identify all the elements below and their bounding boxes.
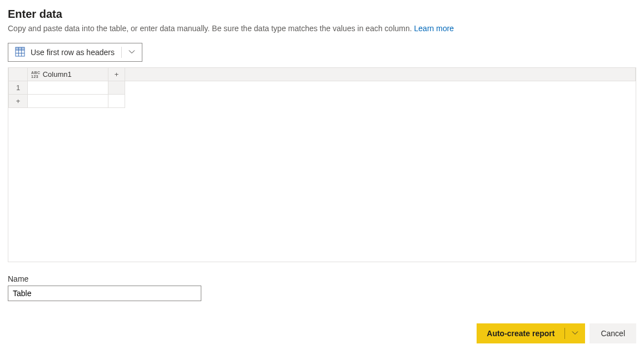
headers-toolbar: Use first row as headers bbox=[8, 43, 142, 62]
add-row-button[interactable]: + bbox=[9, 95, 28, 108]
chevron-down-icon bbox=[572, 329, 578, 338]
column-header[interactable]: ABC 123 Column1 bbox=[28, 68, 108, 81]
cell-gutter bbox=[108, 81, 125, 95]
chevron-down-icon bbox=[128, 48, 135, 57]
svg-rect-1 bbox=[16, 47, 24, 50]
auto-create-report-group: Auto-create report bbox=[477, 323, 585, 343]
page-description: Copy and paste data into the table, or e… bbox=[8, 24, 636, 33]
description-text: Copy and paste data into the table, or e… bbox=[8, 24, 414, 33]
table-row[interactable]: 1 bbox=[9, 81, 636, 95]
column-name: Column1 bbox=[43, 70, 72, 78]
datatype-icon: ABC 123 bbox=[31, 71, 41, 78]
learn-more-link[interactable]: Learn more bbox=[414, 24, 454, 33]
cell-filler bbox=[125, 81, 636, 95]
footer-buttons: Auto-create report Cancel bbox=[477, 323, 636, 343]
cell-filler bbox=[125, 95, 636, 108]
name-section: Name bbox=[8, 274, 636, 301]
header-filler bbox=[125, 68, 636, 81]
use-first-row-label: Use first row as headers bbox=[31, 48, 115, 57]
add-row-cell bbox=[108, 95, 125, 108]
use-first-row-dropdown[interactable] bbox=[122, 43, 142, 61]
add-row-cell bbox=[28, 95, 108, 108]
page-title: Enter data bbox=[8, 8, 636, 21]
add-row: + bbox=[9, 95, 636, 108]
add-column-button[interactable]: + bbox=[108, 68, 125, 81]
use-first-row-button[interactable]: Use first row as headers bbox=[8, 43, 121, 61]
name-label: Name bbox=[8, 274, 636, 283]
data-grid[interactable]: ABC 123 Column1 + 1 + bbox=[8, 67, 636, 262]
table-icon bbox=[15, 47, 25, 58]
cell[interactable] bbox=[28, 81, 108, 95]
auto-create-report-button[interactable]: Auto-create report bbox=[477, 323, 564, 343]
auto-create-report-dropdown[interactable] bbox=[565, 323, 585, 343]
row-number: 1 bbox=[9, 81, 28, 95]
cancel-button[interactable]: Cancel bbox=[589, 323, 636, 343]
grid-corner bbox=[9, 68, 28, 81]
table-name-input[interactable] bbox=[8, 286, 201, 301]
